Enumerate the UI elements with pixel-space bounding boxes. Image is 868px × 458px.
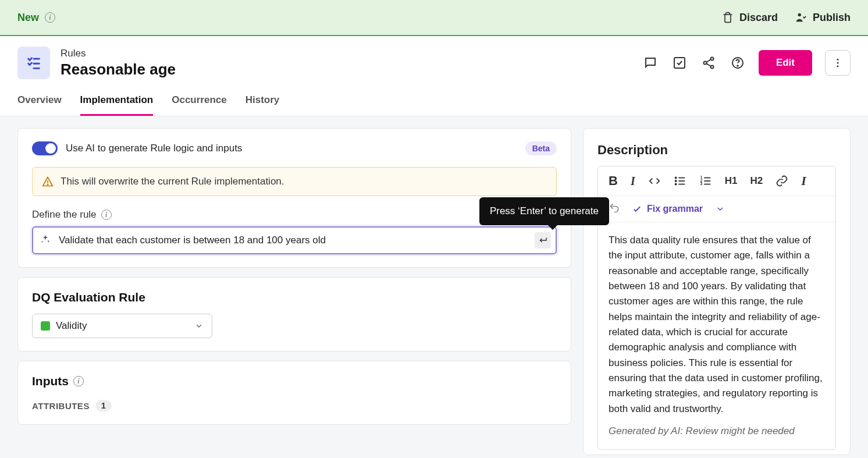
- tab-occurrence[interactable]: Occurrence: [172, 94, 227, 116]
- svg-point-0: [798, 13, 801, 17]
- svg-point-12: [675, 180, 676, 182]
- page-title: Reasonable age: [61, 61, 176, 79]
- generate-tooltip: Press ‘Enter’ to generate: [479, 197, 609, 225]
- svg-rect-1: [674, 58, 685, 68]
- ai-generate-panel: Use AI to generate Rule logic and inputs…: [17, 128, 571, 268]
- svg-point-7: [837, 59, 839, 61]
- dq-evaluation-card: DQ Evaluation Rule Validity: [17, 277, 571, 352]
- help-button[interactable]: [730, 55, 746, 71]
- attributes-count: 1: [95, 400, 112, 411]
- chevron-down-icon: [716, 204, 725, 214]
- warning-box: This will overwrite the current Rule imp…: [32, 167, 557, 196]
- new-label: New: [17, 12, 39, 24]
- svg-point-10: [47, 184, 48, 184]
- svg-point-9: [837, 65, 839, 67]
- check-square-icon: [673, 56, 686, 70]
- undo-icon: [609, 202, 620, 214]
- editor-toolbar: B I 123 H1 H2 I: [598, 166, 835, 196]
- h1-button[interactable]: H1: [725, 175, 738, 187]
- link-icon: [775, 175, 788, 187]
- define-rule-input[interactable]: [32, 226, 557, 254]
- italic-alt-button[interactable]: I: [801, 173, 806, 189]
- tab-overview[interactable]: Overview: [17, 94, 62, 116]
- checklist-icon: [26, 55, 42, 71]
- dq-select[interactable]: Validity: [32, 314, 212, 338]
- bullet-list-button[interactable]: [674, 175, 686, 187]
- breadcrumb[interactable]: Rules: [61, 48, 176, 59]
- generate-enter-button[interactable]: [535, 232, 551, 248]
- approve-button[interactable]: [671, 55, 688, 71]
- sparkle-icon: [40, 234, 51, 247]
- warning-icon: [42, 176, 54, 187]
- tab-history[interactable]: History: [246, 94, 280, 116]
- ai-toggle-label: Use AI to generate Rule logic and inputs: [66, 143, 242, 154]
- discard-label: Discard: [739, 12, 778, 24]
- description-title: Description: [597, 143, 836, 158]
- trash-icon: [722, 12, 734, 23]
- tab-bar: Overview Implementation Occurrence Histo…: [17, 94, 851, 116]
- warning-text: This will overwrite the current Rule imp…: [61, 176, 284, 187]
- fix-grammar-button[interactable]: Fix grammar: [632, 204, 725, 214]
- publish-label: Publish: [813, 12, 851, 24]
- help-icon: [731, 56, 745, 70]
- inputs-card: Inputs i ATTRIBUTES 1: [17, 361, 571, 425]
- ai-generated-note: Generated by AI: Review might be needed: [609, 424, 825, 439]
- italic-button[interactable]: I: [631, 175, 635, 188]
- h2-button[interactable]: H2: [750, 175, 763, 187]
- share-icon: [702, 56, 716, 70]
- editor-toolbar-secondary: Fix grammar: [598, 196, 835, 222]
- description-card: Description B I 123 H1 H2: [583, 128, 851, 455]
- define-rule-label: Define the rule: [32, 209, 97, 221]
- svg-point-6: [737, 65, 738, 66]
- code-icon: [648, 175, 661, 187]
- fix-grammar-label: Fix grammar: [647, 204, 703, 214]
- edit-button[interactable]: Edit: [759, 50, 812, 76]
- code-button[interactable]: [648, 175, 661, 187]
- svg-text:3: 3: [700, 182, 703, 186]
- publish-user-icon: [794, 11, 807, 24]
- ai-toggle[interactable]: [32, 141, 58, 155]
- svg-point-8: [837, 62, 839, 64]
- inputs-title: Inputs: [32, 374, 69, 388]
- enter-key-icon: [538, 235, 548, 246]
- more-menu-button[interactable]: [825, 50, 851, 76]
- rules-icon-tile: [17, 47, 50, 79]
- status-banner: New i Discard Publish: [0, 0, 868, 36]
- description-text: This data quality rule ensures that the …: [609, 233, 825, 417]
- comment-icon: [643, 56, 657, 70]
- info-icon[interactable]: i: [101, 210, 112, 220]
- rich-text-editor: B I 123 H1 H2 I: [597, 166, 836, 450]
- info-icon[interactable]: i: [73, 376, 84, 386]
- attributes-label: ATTRIBUTES: [32, 401, 90, 411]
- info-icon[interactable]: i: [45, 12, 55, 23]
- dq-title: DQ Evaluation Rule: [32, 290, 557, 304]
- comment-button[interactable]: [642, 55, 659, 71]
- chevron-down-icon: [194, 321, 204, 331]
- numbered-list-button[interactable]: 123: [699, 175, 712, 187]
- beta-badge: Beta: [525, 141, 557, 155]
- undo-button[interactable]: [609, 202, 620, 216]
- description-body[interactable]: This data quality rule ensures that the …: [598, 222, 835, 449]
- numbered-list-icon: 123: [699, 175, 712, 187]
- publish-button[interactable]: Publish: [794, 11, 851, 24]
- validity-color-icon: [41, 321, 50, 331]
- page-header: Rules Reasonable age Edit Overview: [0, 36, 868, 116]
- tab-implementation[interactable]: Implementation: [80, 94, 154, 116]
- svg-point-11: [675, 177, 676, 178]
- link-button[interactable]: [775, 175, 788, 187]
- check-icon: [632, 204, 642, 214]
- share-button[interactable]: [700, 55, 717, 71]
- more-vertical-icon: [832, 57, 844, 69]
- svg-point-13: [675, 183, 676, 184]
- discard-button[interactable]: Discard: [722, 12, 778, 24]
- dq-select-value: Validity: [56, 320, 87, 332]
- bullet-list-icon: [674, 175, 686, 187]
- bold-button[interactable]: B: [609, 173, 618, 189]
